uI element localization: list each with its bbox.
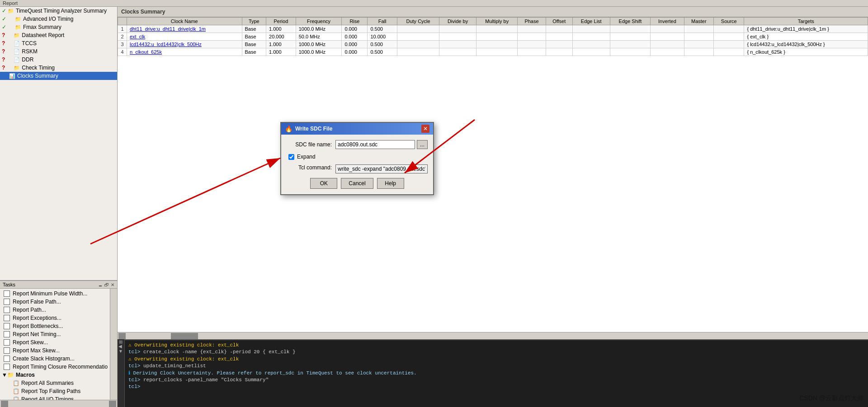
clock-link[interactable]: n_clkout_625k: [130, 49, 162, 55]
task-checkbox-icon: [4, 356, 10, 362]
console-icon-1[interactable]: ⊞: [118, 340, 123, 344]
task-item-all-summaries[interactable]: 📋 Report All Summaries: [0, 379, 110, 387]
console-icon-2[interactable]: ◀: [118, 344, 123, 349]
folder-icon: 📁: [14, 65, 20, 71]
table-cell: Base: [242, 33, 266, 41]
status-question: ?: [2, 48, 5, 55]
sdc-file-input[interactable]: [335, 140, 415, 149]
doc-icon: 📄: [14, 57, 20, 63]
table-cell[interactable]: n_clkout_625k: [127, 48, 242, 56]
folder-icon: 📁: [15, 24, 21, 30]
task-item-timing-closure[interactable]: Report Timing Closure Recommendatio: [0, 363, 110, 371]
dialog-buttons: OK Cancel Help: [287, 178, 428, 189]
task-item-skew[interactable]: Report Skew...: [0, 338, 110, 346]
table-cell[interactable]: lcd14432:u_lcd14432|clk_500Hz: [127, 41, 242, 48]
task-item-exceptions[interactable]: Report Exceptions...: [0, 314, 110, 322]
browse-button[interactable]: ...: [417, 140, 428, 149]
table-cell: 1: [118, 25, 127, 33]
task-item-macros[interactable]: ▼ 📁 Macros: [0, 371, 110, 379]
task-item-false-path[interactable]: Report False Path...: [0, 298, 110, 306]
table-cell: 1.000: [266, 41, 296, 48]
dialog-close-button[interactable]: ✕: [421, 125, 429, 133]
task-label: Create Slack Histogram...: [13, 356, 75, 362]
status-question: ?: [2, 65, 5, 71]
col-header-inverted: Inverted: [651, 18, 684, 25]
console-line: tcl> report_clocks -panel_name "Clocks S…: [128, 377, 864, 384]
table-cell: { ext_clk }: [744, 33, 868, 41]
task-checkbox-icon: [4, 315, 10, 321]
task-item-all-io[interactable]: 📋 Report All I/O Timings: [0, 395, 110, 400]
task-item-min-pulse[interactable]: Report Minimum Pulse Width...: [0, 290, 110, 298]
task-checkbox-icon: [4, 331, 10, 337]
sidebar-item-timequest[interactable]: ✓📁TimeQuest Timing Analyzer Summary: [0, 7, 117, 15]
col-header-rise: Rise: [342, 18, 368, 25]
dialog-title-left: 🔥 Write SDC File: [285, 125, 332, 132]
info-icon: ℹ: [128, 370, 133, 376]
help-button[interactable]: Help: [377, 178, 404, 189]
task-item-path[interactable]: Report Path...: [0, 306, 110, 314]
table-container[interactable]: Clock NameTypePeriodFrequencyRiseFallDut…: [118, 17, 868, 332]
sidebar-item-tccs[interactable]: ?📄TCCS: [0, 39, 117, 47]
table-cell: [397, 25, 439, 33]
sidebar-item-check-timing[interactable]: ?📁Check Timing: [0, 64, 117, 72]
console-icon-3[interactable]: ▼: [118, 349, 123, 354]
expand-label[interactable]: Expand: [297, 154, 316, 160]
table-cell: [714, 48, 744, 56]
task-item-max-skew[interactable]: Report Max Skew...: [0, 346, 110, 355]
table-cell: 3: [118, 41, 127, 48]
status-question: ?: [2, 40, 5, 47]
status-question: ?: [2, 32, 5, 38]
clock-link[interactable]: lcd14432:u_lcd14432|clk_500Hz: [130, 42, 202, 47]
sidebar-item-ddr[interactable]: ?📄DDR: [0, 56, 117, 64]
console-line: ℹ Deriving Clock Uncertainty. Please ref…: [128, 370, 864, 377]
task-item-slack-histogram[interactable]: Create Slack Histogram...: [0, 355, 110, 363]
col-header-phase: Phase: [518, 18, 546, 25]
bottom-area: ⊞ ◀ ▼ ⚠ Overwriting existing clock: ext_…: [118, 339, 868, 407]
tasks-header-icons: 🗕 🗗 ✕: [98, 282, 114, 287]
task-checkbox-icon: [4, 364, 10, 370]
task-checkbox-icon: [4, 339, 10, 346]
clock-link[interactable]: ext_clk: [130, 34, 145, 39]
expand-checkbox[interactable]: [288, 154, 294, 160]
col-header-fall: Fall: [368, 18, 397, 25]
sidebar-item-clocks-summary[interactable]: 📊Clocks Summary: [0, 72, 117, 80]
cancel-button[interactable]: Cancel: [341, 178, 373, 189]
tasks-scrollbar[interactable]: [110, 289, 117, 400]
close-tasks-icon[interactable]: ✕: [111, 282, 114, 287]
col-header-clock-name: Clock Name: [127, 18, 242, 25]
table-cell: [476, 25, 518, 33]
col-header-multiply-by: Multiply by: [476, 18, 518, 25]
restore-icon[interactable]: 🗗: [104, 282, 109, 287]
task-item-bottlenecks[interactable]: Report Bottlenecks...: [0, 322, 110, 330]
col-header-: [118, 18, 127, 25]
sidebar-item-label: Fmax Summary: [23, 24, 61, 30]
tcl-command-input[interactable]: [335, 164, 428, 173]
tasks-hscroll[interactable]: [0, 400, 117, 407]
sidebar-item-label: Advanced I/O Timing: [23, 16, 73, 22]
sidebar-item-label: TCCS: [22, 40, 37, 47]
task-label: Report Top Failing Paths: [21, 388, 80, 394]
task-item-net-timing[interactable]: Report Net Timing...: [0, 330, 110, 338]
table-cell: 4: [118, 48, 127, 56]
section-label: Macros: [16, 372, 35, 378]
info-text: Deriving Clock Uncertainty. Please refer…: [133, 370, 417, 376]
table-cell[interactable]: dht11_drive:u_dht11_drive|clk_1m: [127, 25, 242, 33]
console-area[interactable]: ⚠ Overwriting existing clock: ext_clktcl…: [125, 339, 868, 407]
ok-button[interactable]: OK: [310, 178, 337, 189]
col-header-divide-by: Divide by: [439, 18, 476, 25]
task-item-top-failing[interactable]: 📋 Report Top Failing Paths: [0, 387, 110, 395]
content-hscroll[interactable]: [118, 332, 868, 339]
clock-link[interactable]: dht11_drive:u_dht11_drive|clk_1m: [130, 26, 206, 32]
table-cell: [610, 25, 651, 33]
table-cell[interactable]: ext_clk: [127, 33, 242, 41]
dialog-icon: 🔥: [285, 125, 292, 132]
table-row: 4n_clkout_625kBase1.0001000.0 MHz0.0000.…: [118, 48, 868, 56]
minimize-icon[interactable]: 🗕: [98, 282, 103, 287]
sidebar-item-advanced-io[interactable]: ✓📁Advanced I/O Timing: [0, 15, 117, 23]
console-line: tcl> create_clock -name {ext_clk} -perio…: [128, 349, 864, 356]
sidebar-item-rskm[interactable]: ?📄RSKM: [0, 47, 117, 56]
status-ok: ✓: [2, 24, 6, 30]
sidebar-item-fmax[interactable]: ✓📁Fmax Summary: [0, 23, 117, 31]
sidebar-item-datasheet[interactable]: ?📁Datasheet Report: [0, 31, 117, 39]
cmd-prefix: tcl>: [128, 384, 140, 389]
